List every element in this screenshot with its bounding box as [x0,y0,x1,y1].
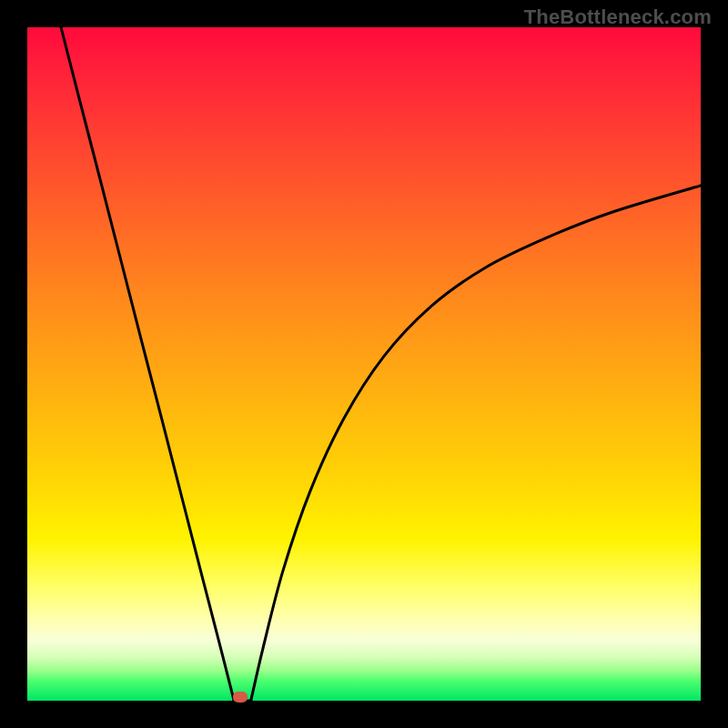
curve-path [61,27,701,701]
watermark-text: TheBottleneck.com [524,5,712,29]
plot-area [27,27,701,701]
bottleneck-curve [27,27,701,701]
optimum-marker [233,692,248,703]
chart-frame: TheBottleneck.com [0,0,728,728]
